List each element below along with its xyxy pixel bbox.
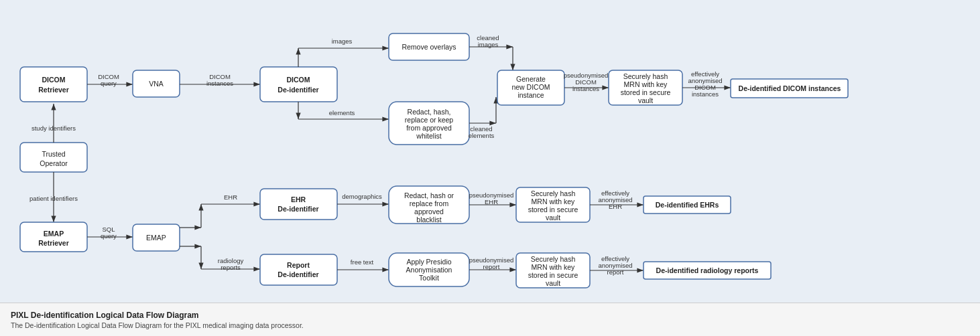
- remove-overlays-label: Remove overlays: [402, 43, 456, 51]
- redact-whitelist-label2: replace or keep: [405, 116, 454, 124]
- label-study-id: study identifiers: [32, 124, 76, 132]
- trusted-operator-label2: Operator: [40, 159, 68, 167]
- label-pseudo-ehr2: EHR: [485, 198, 498, 205]
- ehr-deidentifier-label1: EHR: [291, 195, 306, 203]
- redact-whitelist-label1: Redact, hash,: [408, 108, 451, 116]
- deidentified-reports-label: De-identified radiology reports: [656, 266, 759, 274]
- label-pseudo-report2: report: [483, 263, 500, 270]
- secure-hash-dicom-label3: stored in secure: [621, 88, 671, 96]
- label-radiology-reports2: reports: [221, 264, 241, 271]
- generate-dicom-label3: instance: [517, 91, 544, 99]
- dicom-deidentifier-label2: De-identifier: [278, 86, 318, 94]
- secure-hash-ehr-label3: stored in secure: [528, 205, 578, 214]
- caption-area: PIXL De-identification Logical Data Flow…: [0, 303, 980, 336]
- secure-hash-ehr-label4: vault: [546, 214, 560, 222]
- label-elements: elements: [329, 109, 355, 116]
- label-cleaned-elements2: elements: [469, 132, 495, 139]
- vna-label: VNA: [149, 80, 164, 88]
- label-eff-anon-dicom4: instances: [692, 90, 719, 98]
- report-deidentifier-label1: Report: [287, 261, 310, 269]
- redact-whitelist-label4: whitelist: [416, 132, 441, 140]
- deidentified-ehr-label: De-identified EHRs: [656, 201, 719, 209]
- emap-retriever-label2: Retriever: [38, 239, 69, 247]
- secure-hash-ehr-label2: MRN with key: [532, 197, 576, 205]
- label-patient-id: patient identifiers: [29, 195, 78, 202]
- presidio-label1: Apply Presidio: [406, 258, 451, 266]
- ehr-deidentifier-label2: De-identifier: [278, 205, 318, 213]
- report-deidentifier-label2: De-identifier: [278, 270, 318, 278]
- label-dicom-query2: query: [101, 80, 117, 87]
- dicom-retriever-label1: DICOM: [42, 76, 66, 84]
- label-images: images: [332, 37, 353, 45]
- secure-hash-dicom-label2: MRN with key: [624, 80, 668, 88]
- label-eff-anon-report3: report: [607, 268, 624, 276]
- label-ehr: EHR: [224, 193, 237, 201]
- redact-blacklist-label4: blacklist: [416, 216, 441, 224]
- emap-label: EMAP: [146, 234, 166, 242]
- label-cleaned-images2: images: [478, 41, 499, 48]
- label-demographics: demographics: [342, 193, 382, 200]
- generate-dicom-label1: Generate: [516, 75, 546, 83]
- secure-hash-report-label2: MRN with key: [532, 263, 576, 271]
- diagram-title: PIXL De-identification Logical Data Flow…: [11, 311, 969, 320]
- label-pseudo-dicom3: instances: [572, 85, 599, 92]
- flow-diagram-svg: DICOM Retriever DICOM query VNA DICOM in…: [0, 0, 980, 308]
- label-eff-anon-ehr3: EHR: [609, 203, 622, 210]
- label-free-text: free text: [351, 258, 374, 266]
- secure-hash-report-label1: Securely hash: [531, 255, 576, 263]
- presidio-label3: Toolkit: [419, 274, 439, 282]
- redact-blacklist-label3: approved: [414, 207, 444, 216]
- secure-hash-dicom-label4: vault: [638, 96, 653, 104]
- dicom-retriever-label2: Retriever: [38, 86, 69, 94]
- trusted-operator-label1: Trusted: [42, 150, 65, 158]
- secure-hash-ehr-label1: Securely hash: [531, 189, 576, 197]
- diagram-container: DICOM Retriever DICOM query VNA DICOM in…: [0, 0, 980, 336]
- label-sql-query2: query: [101, 232, 117, 240]
- secure-hash-dicom-label1: Securely hash: [623, 72, 668, 80]
- redact-blacklist-label1: Redact, hash or: [404, 191, 454, 199]
- label-dicom-instances2: instances: [206, 80, 233, 87]
- dicom-deidentifier-box: [260, 67, 337, 102]
- redact-whitelist-label3: from approved: [406, 124, 452, 132]
- deidentified-dicom-label: De-identified DICOM instances: [739, 84, 841, 92]
- redact-blacklist-label2: replace from: [410, 199, 449, 207]
- secure-hash-report-label3: stored in secure: [528, 271, 578, 279]
- presidio-label2: Anonymisation: [406, 266, 452, 274]
- diagram-subtitle: The De-identification Logical Data Flow …: [11, 321, 969, 329]
- generate-dicom-label2: new DICOM: [511, 83, 550, 91]
- secure-hash-report-label4: vault: [546, 279, 560, 287]
- dicom-retriever-box: [20, 67, 87, 102]
- dicom-deidentifier-label1: DICOM: [287, 76, 310, 84]
- emap-retriever-label1: EMAP: [44, 230, 64, 238]
